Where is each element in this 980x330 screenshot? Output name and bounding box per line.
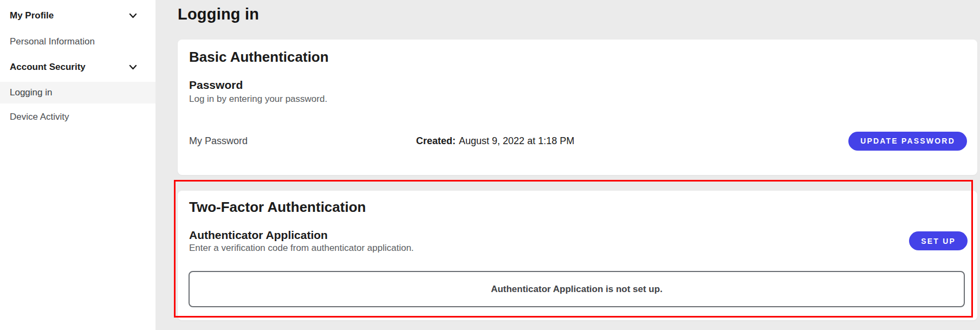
password-description: Log in by entering your password.: [189, 94, 327, 105]
credential-created: Created:August 9, 2022 at 1:18 PM: [416, 135, 574, 147]
password-heading: Password: [189, 79, 243, 92]
sidebar-item-label: My Profile: [10, 10, 54, 21]
update-password-button[interactable]: UPDATE PASSWORD: [848, 132, 967, 151]
credential-name: My Password: [189, 135, 416, 147]
sidebar-item-account-security[interactable]: Account Security: [0, 56, 155, 78]
sidebar-item-label: Device Activity: [10, 112, 69, 122]
authenticator-empty-state: Authenticator Application is not set up.: [189, 271, 965, 307]
set-up-button[interactable]: SET UP: [909, 231, 968, 250]
basic-authentication-card: Basic Authentication Password Log in by …: [178, 40, 977, 175]
chevron-down-icon: [129, 64, 137, 70]
account-security-page: My Profile Personal Information Account …: [0, 0, 980, 330]
sidebar-item-personal-information[interactable]: Personal Information: [0, 31, 155, 53]
created-value: August 9, 2022 at 1:18 PM: [459, 135, 574, 146]
sidebar-item-label: Personal Information: [10, 36, 95, 47]
two-factor-heading: Two-Factor Authentication: [189, 199, 366, 216]
chevron-down-icon: [129, 13, 137, 18]
password-credential-row: My Password Created:August 9, 2022 at 1:…: [189, 130, 967, 152]
sidebar: My Profile Personal Information Account …: [0, 0, 155, 330]
basic-authentication-heading: Basic Authentication: [189, 49, 329, 66]
authenticator-application-heading: Authenticator Application: [189, 229, 328, 242]
authenticator-empty-state-message: Authenticator Application is not set up.: [491, 284, 663, 295]
sidebar-item-label: Logging in: [10, 87, 52, 98]
page-title: Logging in: [178, 5, 259, 23]
sidebar-item-logging-in[interactable]: Logging in: [0, 82, 155, 103]
created-label: Created:: [416, 135, 456, 146]
authenticator-application-description: Enter a verification code from authentic…: [189, 243, 414, 254]
sidebar-item-my-profile[interactable]: My Profile: [0, 5, 155, 27]
two-factor-authentication-card: Two-Factor Authentication Authenticator …: [178, 191, 977, 320]
sidebar-item-device-activity[interactable]: Device Activity: [0, 106, 155, 128]
sidebar-item-label: Account Security: [10, 62, 86, 73]
